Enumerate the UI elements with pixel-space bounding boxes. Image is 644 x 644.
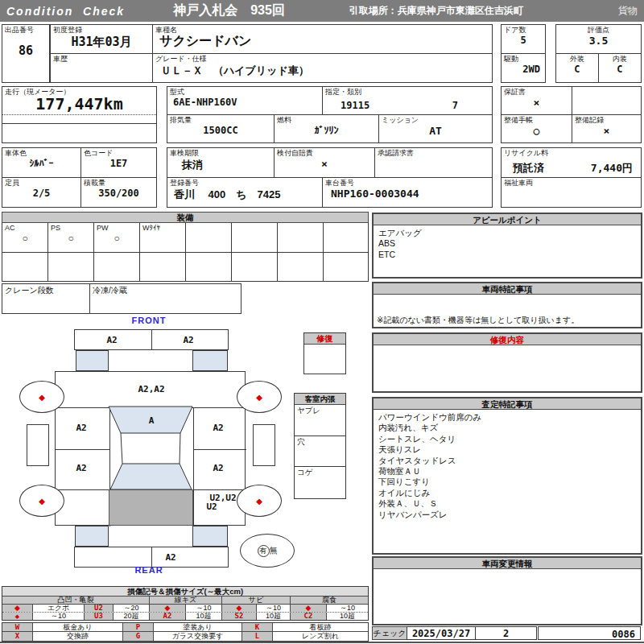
side-mirror-left bbox=[27, 424, 49, 466]
displacement-label: 排気量 bbox=[167, 115, 274, 125]
repair-detail-title: 修復内容 bbox=[374, 334, 641, 345]
legend-text: ～10 bbox=[33, 613, 85, 620]
score-value: 3.5 bbox=[556, 35, 641, 47]
equipment-cell-empty bbox=[232, 253, 278, 281]
legend-text: 10超 bbox=[327, 613, 368, 620]
warranty-group: 保証書 × 整備手帳 ○ 整備記録 × bbox=[501, 86, 642, 143]
recycle-status-value: 預託済 bbox=[513, 161, 544, 175]
wheel-rear-left: ◆ bbox=[19, 485, 64, 517]
vehicle-notes-panel: 車両特記事項 ※記載のない書類・機器等は無しとして取り扱います。 bbox=[372, 282, 642, 328]
legend-symbol: X bbox=[2, 632, 33, 641]
text-line: タイヤスタッドレス bbox=[378, 456, 636, 466]
equipment-label: PW bbox=[94, 223, 139, 233]
pickup-location: 引取場所：兵庫県神戸市東灘区住吉浜町 bbox=[349, 4, 523, 18]
registration-number-value: 香川 400 ち 7425 bbox=[167, 188, 322, 202]
text-line: シートスレ、ヘタリ bbox=[378, 434, 636, 444]
legend-symbol: ◆ bbox=[2, 605, 33, 612]
assessment-notes-title: 査定特記事項 bbox=[374, 398, 641, 410]
cabin-lining-box: 客室内張 ヤブレ 穴 コゲ bbox=[294, 393, 346, 499]
approval-label: 承認請求書 bbox=[375, 148, 492, 158]
text-line: エアバッグ bbox=[378, 228, 636, 238]
wheel-front-right: ◆ bbox=[237, 381, 282, 413]
welfare-vehicle-label: 福祉車両 bbox=[502, 178, 641, 188]
legend-text: 20超 bbox=[114, 613, 150, 620]
fridge-label: 冷凍/冷蔵 bbox=[90, 284, 241, 295]
equipment-cell-empty bbox=[324, 253, 368, 281]
lining-row-tear: ヤブレ bbox=[295, 405, 345, 415]
legend-text: 看板跡 bbox=[273, 623, 368, 631]
class-number-value: 19115 bbox=[341, 100, 369, 111]
assessment-notes-panel: 査定特記事項 パワーウインドウ前席のみ内装汚れ、キズシートスレ、ヘタリ天張りスレ… bbox=[372, 397, 642, 555]
cargo-bed bbox=[109, 489, 193, 526]
windshield-mark: A bbox=[149, 415, 155, 426]
repair-flag-title: 修復 bbox=[304, 333, 345, 345]
crane-box: クレーン段数 bbox=[2, 283, 90, 314]
equipment-cell-pw: PW○ bbox=[94, 223, 140, 252]
legend-text: 塗装あり bbox=[154, 623, 242, 631]
change-info-title: 車両変更情報 bbox=[374, 558, 641, 569]
exterior-label: 外装 bbox=[556, 54, 598, 64]
text-line: ABS bbox=[378, 238, 636, 249]
text-line: 外装Ａ、Ｕ、Ｓ bbox=[378, 498, 636, 509]
lot-number-label: 出品番号 bbox=[2, 25, 49, 35]
chassis-number-label: 車台番号 bbox=[323, 178, 492, 188]
equipment-cell-empty bbox=[278, 223, 324, 252]
equipment-cell-empty bbox=[48, 253, 94, 281]
legend-group-rust: サビ bbox=[222, 597, 291, 604]
page-number-cell: 0086 bbox=[538, 626, 641, 640]
check-date-cell: 2025/03/27 bbox=[407, 626, 476, 640]
front-label: FRONT bbox=[132, 316, 167, 325]
insurance-value: × bbox=[275, 158, 374, 170]
fuel-value: ｶﾞｿﾘﾝ bbox=[275, 125, 378, 136]
chassis-number-value: NHP160-0003044 bbox=[323, 188, 492, 200]
legend-text: 10超 bbox=[257, 613, 291, 620]
legend-symbol: P bbox=[123, 623, 154, 631]
vehicle-history-label: 車歴 bbox=[51, 54, 152, 64]
load-label: 積載量 bbox=[81, 178, 156, 188]
equipment-mark: ○ bbox=[94, 233, 139, 244]
lining-row-burn: コゲ bbox=[295, 467, 345, 477]
legend-text: 板金あり bbox=[33, 623, 123, 631]
check-cell: チェック bbox=[372, 626, 407, 640]
load-value: 350/200 bbox=[81, 188, 156, 199]
service-record-label: 整備記録 bbox=[572, 115, 641, 125]
equipment-cell-empty bbox=[232, 223, 278, 252]
legend-text: レンズ割れ bbox=[273, 632, 368, 641]
equipment-cell-empty bbox=[324, 223, 368, 252]
text-line: ETC bbox=[378, 250, 636, 260]
recycle-fee-value: 7,440円 bbox=[591, 161, 633, 175]
score-box: 評価点 3.5 外装 C 内装 C bbox=[555, 24, 642, 83]
legend-text: ～10 bbox=[327, 605, 368, 612]
change-info-panel: 車両変更情報 bbox=[372, 556, 642, 625]
damage-diamond-icon: ◆ bbox=[256, 497, 262, 506]
fender-left-mark: A2 bbox=[76, 423, 86, 433]
color-code-label: 色コード bbox=[81, 148, 156, 158]
damage-legend: 損傷記号＆損傷サイズ(～最大cm) 凸凹・亀裂 線キズ サビ 腐食 ◆ エクボ … bbox=[2, 586, 369, 621]
rear-bumper-right-mark: A2 bbox=[165, 552, 175, 563]
legend-text: ～10 bbox=[257, 605, 291, 612]
equipment-cell-empty bbox=[186, 253, 232, 281]
repair-detail-panel: 修復内容 bbox=[372, 332, 642, 393]
class-number2-value: 7 bbox=[452, 100, 458, 111]
model-name-value: サクシードバン bbox=[153, 33, 492, 50]
transmission-label: ミッション bbox=[379, 115, 492, 125]
displacement-value: 1500CC bbox=[167, 125, 274, 136]
lot-number-box: 出品番号 86 bbox=[2, 24, 50, 83]
header-bar: Condition Check 神戸入札会 935回 引取場所：兵庫県神戸市東灘… bbox=[0, 0, 644, 22]
appeal-points-content: エアバッグABSETC bbox=[374, 225, 641, 262]
wheel-rear-right: ◆ bbox=[237, 485, 282, 517]
text-line: 天張りスレ bbox=[378, 444, 636, 455]
legend-symbol: ◆ bbox=[150, 605, 186, 612]
equipment-cell-empty bbox=[94, 253, 140, 281]
equipment-cell-ac: AC○ bbox=[2, 223, 48, 252]
inspection-value: 抹消 bbox=[167, 158, 274, 172]
equipment-cell-empty bbox=[278, 253, 324, 281]
legend-group-dent: 凸凹・亀裂 bbox=[2, 597, 150, 604]
drive-label: 駆動 bbox=[502, 54, 545, 64]
vehicle-history-box: 車歴 bbox=[50, 53, 153, 83]
vehicle-notes-title: 車両特記事項 bbox=[374, 283, 641, 295]
doors-value: 5 bbox=[502, 35, 545, 46]
legend-text: ～10 bbox=[186, 605, 222, 612]
damage-diamond-icon: ◆ bbox=[39, 497, 45, 506]
grade-label: グレード・仕様 bbox=[153, 54, 492, 64]
